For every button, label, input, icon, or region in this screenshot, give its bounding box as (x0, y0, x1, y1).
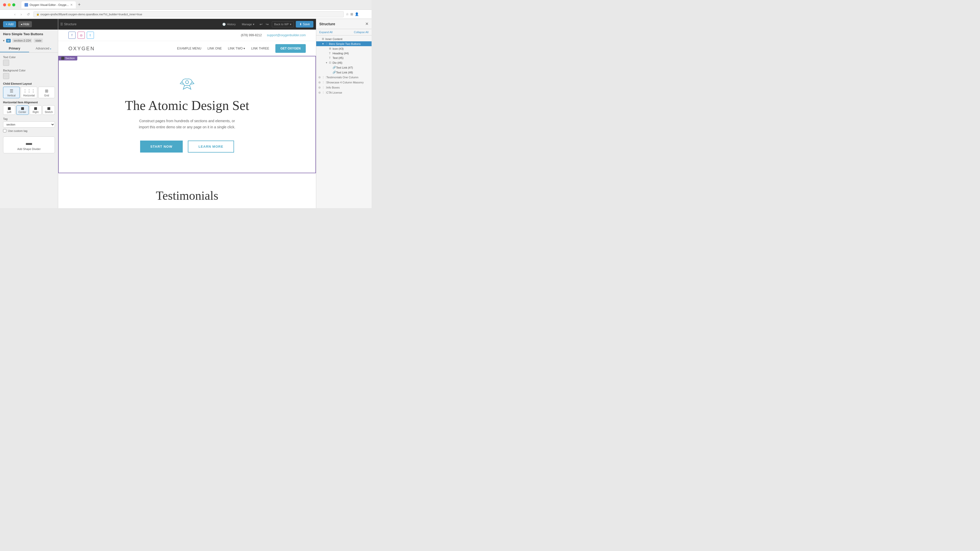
nav-cta-button[interactable]: GET OXYGEN (275, 44, 306, 53)
manage-button[interactable]: Manage ▾ (240, 22, 256, 27)
tab-advanced[interactable]: Advanced (29, 45, 58, 52)
back-chevron-icon: ▾ (290, 23, 291, 26)
align-right-button[interactable]: ⬛ Right (30, 105, 42, 115)
history-button[interactable]: 🕐 History (220, 22, 238, 27)
tree-add-icon-showcase: ⊕ (318, 81, 321, 84)
url-bar[interactable]: 🔒 oxygen-qnsfxc98yanll.oxygen-demo.qsand… (33, 11, 344, 17)
layout-horizontal-button[interactable]: ⋮⋮⋮ Horizontal (21, 87, 37, 98)
maximize-button[interactable] (12, 3, 15, 6)
align-stretch-label: Stretch (45, 111, 53, 114)
site-nav: OXYGEN EXAMPLE MENU LINK ONE LINK TWO ▾ … (58, 41, 316, 56)
start-now-button[interactable]: START NOW (140, 141, 183, 152)
lock-icon: 🔒 (36, 13, 39, 16)
align-left-button[interactable]: ⬛ Left (3, 105, 15, 115)
align-stretch-button[interactable]: ⬛ Stretch (43, 105, 55, 115)
text-color-swatch[interactable] (3, 60, 9, 66)
tree-item-textlink8[interactable]: 🔗 Text Link (#8) (316, 70, 372, 75)
tree-item-infoboxes[interactable]: ⊕ ⋮⋮ Info Boxes (316, 85, 372, 90)
tree-item-text5[interactable]: T Text (#5) (316, 56, 372, 60)
collapse-all-button[interactable]: Collapse All (354, 30, 369, 34)
contact-email[interactable]: support@oxygenbuilder.com (267, 33, 306, 37)
tree-item-ctalicense[interactable]: ⊕ ⋮⋮ CTA License (316, 90, 372, 95)
back-to-wp-label: Back to WP (274, 23, 289, 26)
inner-content-icon: ⊞ (322, 37, 325, 41)
tree-item-div6[interactable]: ▼ ⊡ Div (#6) (316, 60, 372, 65)
structure-panel-title: Structure (319, 22, 335, 26)
tree-label-hero: Hero Simple Two Buttons (329, 42, 369, 45)
top-bar-left: + Add ◂ Hide (3, 21, 32, 27)
minimize-button[interactable] (8, 3, 11, 6)
learn-more-button[interactable]: LEARN MORE (188, 141, 234, 152)
nav-link-two[interactable]: LINK TWO ▾ (228, 47, 245, 50)
tab-primary[interactable]: Primary (0, 45, 29, 52)
new-tab-button[interactable]: + (78, 2, 81, 7)
element-type-dropdown[interactable]: ▾ (3, 39, 5, 42)
tree-label-icon3: Icon (#3) (332, 47, 369, 50)
state-badge[interactable]: state (34, 38, 43, 43)
hero-icon (180, 76, 195, 93)
canvas-area: ☰ Structure 🕐 History Manage ▾ ↩ ↪ (58, 19, 316, 208)
hide-button[interactable]: ◂ Hide (18, 21, 32, 27)
tree-item-heading4[interactable]: T Heading (#4) (316, 51, 372, 56)
tree-item-showcase[interactable]: ⊕ ⋮⋮ Showcase 4 Column Masonry (316, 80, 372, 85)
bg-color-label: Background Color (3, 69, 55, 72)
structure-button[interactable]: ☰ Structure (58, 21, 79, 27)
close-button[interactable] (3, 3, 6, 6)
url-text: oxygen-qnsfxc98yanll.oxygen-demo.qsandbo… (40, 13, 142, 16)
tree-item-icon3[interactable]: ⊞ Icon (#3) (316, 46, 372, 51)
forward-nav-button[interactable]: › (19, 12, 24, 17)
add-button[interactable]: + Add (3, 21, 16, 27)
bookmark-icon[interactable]: ☆ (346, 12, 349, 16)
structure-close-button[interactable]: ✕ (365, 21, 369, 26)
use-custom-tag-checkbox[interactable] (3, 129, 6, 132)
facebook-icon[interactable]: f (68, 32, 76, 39)
align-center-label: Center (19, 111, 26, 114)
layout-vertical-button[interactable]: ☰ Vertical (3, 87, 20, 98)
nav-link-three[interactable]: LINK THREE (251, 47, 269, 50)
hero-section[interactable]: ⬛ Section The Atomic Design Set Construc… (58, 56, 316, 173)
back-nav-button[interactable]: ‹ (13, 12, 17, 17)
testimonials-section: Testimonials (58, 173, 316, 208)
shape-divider-icon: ▬ (26, 139, 32, 146)
website-preview: f ◎ 𝕥 (678) 999-8212 support@oxygenbuild… (58, 30, 316, 208)
app-layout: + Add ◂ Hide Hero Simple Two Buttons ▾ i… (0, 19, 372, 208)
tree-icon-testimonials: ⋮⋮ (322, 76, 325, 79)
tree-label-textlink8: Text Link (#8) (336, 71, 369, 74)
instagram-icon[interactable]: ◎ (78, 32, 85, 39)
save-label: Save (303, 22, 310, 26)
component-title: Hero Simple Two Buttons (0, 30, 58, 38)
tree-item-textlink7[interactable]: 🔗 Text Link (#7) (316, 65, 372, 70)
nav-links: EXAMPLE MENU LINK ONE LINK TWO ▾ LINK TH… (177, 44, 306, 53)
extensions-icon[interactable]: ⊞ (350, 12, 353, 16)
save-button[interactable]: ⬇ Save (296, 21, 313, 27)
layout-buttons: ☰ Vertical ⋮⋮⋮ Horizontal ⊞ Grid (3, 87, 55, 98)
tab-close-icon[interactable]: ✕ (70, 3, 73, 6)
bg-color-swatch[interactable] (3, 73, 9, 79)
tree-item-testimonials[interactable]: ⊕ ⋮⋮ Testimonials One Column (316, 75, 372, 80)
section-badge: ⬛ Section (59, 56, 77, 60)
align-center-button[interactable]: ⬛ Center (16, 105, 29, 115)
nav-link-example-menu[interactable]: EXAMPLE MENU (177, 47, 201, 50)
shape-divider-section[interactable]: ▬ Add Shape Divider (3, 137, 55, 153)
align-center-icon: ⬛ (21, 107, 24, 110)
back-to-wp-button[interactable]: Back to WP ▾ (272, 21, 293, 27)
element-id-badge: id (6, 39, 11, 43)
browser-tab[interactable]: Oxygen Visual Editor - Oxyge... ✕ (21, 1, 76, 8)
tag-select[interactable]: section (3, 121, 55, 127)
reload-button[interactable]: ↺ (25, 12, 32, 17)
undo-button[interactable]: ↩ (259, 22, 264, 27)
expand-all-button[interactable]: Expand All (319, 30, 332, 34)
profile-icon[interactable]: 👤 (355, 12, 359, 16)
tree-icon-infoboxes: ⋮⋮ (322, 86, 325, 89)
tree-toggle-div6[interactable]: ▼ (325, 62, 329, 64)
tree-toggle-hero[interactable]: ▼ (322, 43, 325, 45)
nav-link-one[interactable]: LINK ONE (207, 47, 222, 50)
tree-icon-hero: ⋮⋮ (325, 42, 329, 45)
element-name-badge[interactable]: section-2-224 (12, 38, 32, 43)
tree-item-hero[interactable]: ▼ ⋮⋮ Hero Simple Two Buttons (316, 41, 372, 46)
layout-grid-button[interactable]: ⊞ Grid (38, 87, 55, 98)
tag-label: Tag (3, 118, 55, 121)
redo-button[interactable]: ↪ (265, 22, 270, 27)
alignment-buttons: ⬛ Left ⬛ Center ⬛ Right ⬛ Stretch (3, 105, 55, 115)
twitter-icon[interactable]: 𝕥 (87, 32, 94, 39)
